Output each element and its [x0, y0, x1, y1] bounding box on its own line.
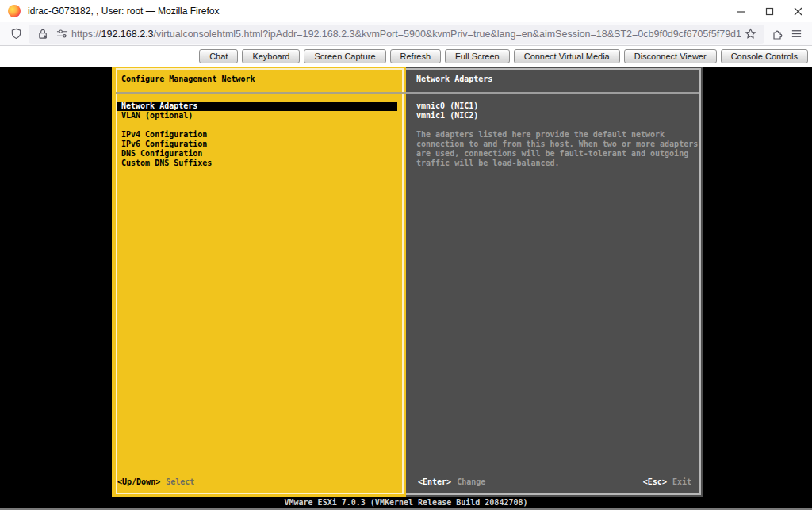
window-controls [726, 0, 812, 22]
updown-key-label: <Up/Down> [117, 477, 160, 486]
menu-hamburger-icon[interactable] [787, 25, 806, 44]
updown-select-hint: <Up/Down>Select [117, 477, 194, 487]
tracking-shield-icon[interactable] [6, 25, 25, 44]
description-line: are used, connections will be fault-tole… [416, 149, 696, 159]
menu-item-vlan[interactable]: VLAN (optional) [117, 111, 397, 121]
url-scheme: https:// [71, 29, 102, 40]
dcui-menu-pane: Configure Management Network Network Ada… [112, 67, 406, 497]
enter-esc-hints: <Enter>Change <Esc>Exit [418, 477, 691, 487]
connect-virtual-media-button[interactable]: Connect Virtual Media [514, 49, 620, 63]
esc-key-label: <Esc> [643, 477, 667, 486]
dcui-detail-pane: Network Adapters vmnic0 (NIC1) vmnic1 (N… [406, 67, 703, 497]
browser-window: idrac-G073182, , User: root — Mozilla Fi… [0, 0, 812, 510]
firefox-icon [8, 5, 21, 17]
description-line: traffic will be load-balanced. [416, 159, 696, 168]
url-host: 192.168.2.3 [102, 29, 154, 40]
full-screen-button[interactable]: Full Screen [445, 49, 510, 63]
disconnect-viewer-button[interactable]: Disconnect Viewer [624, 49, 717, 63]
adapters-description: The adapters listed here provide the def… [416, 130, 696, 168]
enter-change-hint: <Enter>Change [418, 477, 485, 487]
window-title: idrac-G073182, , User: root — Mozilla Fi… [28, 6, 219, 17]
exit-action-label: Exit [672, 477, 691, 486]
menu-item-dns-configuration[interactable]: DNS Configuration [117, 149, 397, 159]
enter-key-label: <Enter> [418, 477, 451, 486]
url-path-query: /virtualconsolehtml5.html?ipAddr=192.168… [154, 29, 741, 40]
browser-navbar: https://192.168.2.3/virtualconsolehtml5.… [0, 22, 812, 46]
dcui-right-divider [406, 92, 699, 94]
dcui-right-title: Network Adapters [416, 75, 492, 84]
maximize-button[interactable] [755, 0, 783, 22]
description-line: The adapters listed here provide the def… [416, 130, 696, 140]
menu-item-ipv4-configuration[interactable]: IPv4 Configuration [117, 130, 397, 140]
screen-capture-button[interactable]: Screen Capture [304, 49, 385, 63]
change-action-label: Change [457, 477, 485, 486]
permissions-icon[interactable] [52, 25, 71, 44]
minimize-button[interactable] [726, 0, 755, 22]
dcui-left-title: Configure Management Network [121, 75, 255, 84]
select-action-label: Select [166, 477, 194, 486]
esc-exit-hint: <Esc>Exit [643, 477, 691, 487]
keyboard-button[interactable]: Keyboard [242, 49, 300, 63]
close-button[interactable] [783, 0, 812, 22]
url-text[interactable]: https://192.168.2.3/virtualconsolehtml5.… [71, 29, 741, 40]
adapter-vmnic0: vmnic0 (NIC1) [416, 102, 696, 111]
remote-console-screen[interactable]: Configure Management Network Network Ada… [0, 67, 812, 510]
network-adapters-detail: vmnic0 (NIC1) vmnic1 (NIC2) The adapters… [416, 102, 696, 168]
chat-button[interactable]: Chat [199, 49, 238, 63]
url-bar[interactable]: https://192.168.2.3/virtualconsolehtml5.… [29, 25, 764, 44]
virtual-console-toolbar: Chat Keyboard Screen Capture Refresh Ful… [0, 46, 812, 67]
menu-item-custom-dns-suffixes[interactable]: Custom DNS Suffixes [117, 159, 397, 168]
bookmark-star-icon[interactable] [741, 25, 760, 44]
console-controls-button[interactable]: Console Controls [721, 49, 808, 63]
dcui-menu: Network Adapters VLAN (optional) IPv4 Co… [117, 102, 397, 168]
esxi-version-bar: VMware ESXi 7.0.3 (VMKernel Release Buil… [0, 497, 812, 508]
window-titlebar: idrac-G073182, , User: root — Mozilla Fi… [0, 0, 812, 22]
menu-spacer [117, 121, 397, 130]
dcui-left-divider [116, 92, 406, 94]
refresh-button[interactable]: Refresh [390, 49, 442, 63]
menu-item-ipv6-configuration[interactable]: IPv6 Configuration [117, 140, 397, 149]
extensions-puzzle-icon[interactable] [768, 25, 787, 44]
esxi-dcui: Configure Management Network Network Ada… [112, 67, 703, 497]
description-line: connection to and from this host. When t… [416, 140, 696, 149]
lock-warning-icon[interactable] [33, 25, 52, 44]
menu-item-network-adapters[interactable]: Network Adapters [117, 102, 397, 111]
adapter-vmnic1: vmnic1 (NIC2) [416, 111, 696, 121]
